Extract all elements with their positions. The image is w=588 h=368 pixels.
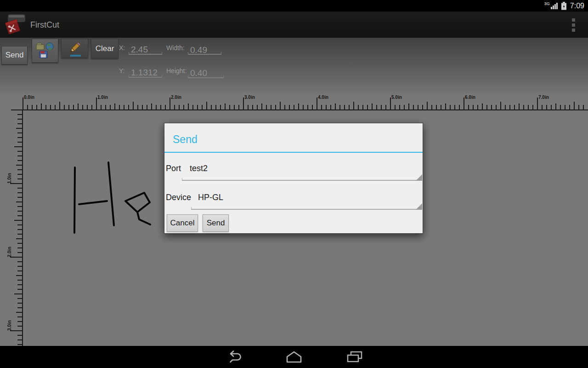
- ruler-tick: [362, 105, 363, 109]
- ruler-tick: [17, 303, 22, 304]
- ruler-tick: [546, 105, 547, 109]
- ruler-tick: [17, 151, 22, 152]
- ruler-tick: [284, 105, 285, 109]
- ruler-tick: [413, 105, 414, 109]
- ruler-label: 6.0in: [465, 95, 475, 100]
- ruler-tick: [551, 105, 552, 109]
- ruler-tick: [17, 169, 22, 170]
- port-spinner-arrow-icon[interactable]: [416, 174, 422, 181]
- ruler-tick: [17, 197, 22, 198]
- ruler-tick: [17, 307, 22, 308]
- clear-button[interactable]: Clear: [91, 39, 119, 58]
- ruler-tick: [298, 104, 299, 109]
- ruler-tick: [82, 105, 83, 109]
- pencil-tool-button[interactable]: [61, 39, 88, 58]
- ruler-tick: [105, 105, 106, 109]
- ruler-tick: [280, 102, 281, 109]
- ruler-tick: [165, 105, 166, 109]
- ruler-tick: [372, 104, 373, 109]
- ruler-tick: [156, 105, 157, 109]
- recents-button[interactable]: [345, 349, 365, 365]
- active-tool-indicator: [70, 55, 81, 57]
- device-spinner-arrow-icon[interactable]: [416, 203, 422, 210]
- ruler-tick: [170, 98, 170, 109]
- ruler-tick: [17, 344, 22, 345]
- ruler-tick: [482, 104, 483, 109]
- ruler-tick: [17, 188, 22, 189]
- ruler-tick: [91, 105, 92, 109]
- ruler-tick: [16, 238, 22, 239]
- ruler-label: 1.0in: [97, 95, 108, 100]
- ruler-label: 3.0in: [244, 95, 255, 100]
- device-spinner[interactable]: HP-GL: [198, 193, 223, 202]
- ruler-tick: [390, 98, 391, 109]
- device-spinner-underline: [191, 207, 422, 210]
- ruler-tick: [14, 220, 22, 221]
- ruler-tick: [50, 105, 51, 109]
- ruler-tick: [408, 104, 409, 109]
- ruler-tick: [96, 98, 97, 109]
- ruler-tick: [486, 105, 487, 109]
- ruler-tick: [36, 105, 37, 109]
- ruler-tick: [14, 146, 22, 147]
- ruler-tick: [385, 105, 386, 109]
- network-type-label: 3G: [544, 1, 550, 6]
- ruler-tick: [500, 102, 501, 109]
- ruler-tick: [17, 137, 22, 138]
- ruler-tick: [192, 105, 193, 109]
- navigation-bar: [0, 346, 588, 368]
- port-spinner[interactable]: test2: [190, 164, 208, 173]
- ruler-tick: [124, 105, 124, 109]
- ruler-tick: [349, 105, 350, 109]
- ruler-label: 7.0in: [538, 95, 549, 100]
- ruler-tick: [395, 105, 396, 109]
- ruler-tick: [17, 270, 22, 271]
- ruler-tick: [17, 298, 22, 299]
- ruler-label: 0.0in: [24, 95, 34, 100]
- dialog-send-button[interactable]: Send: [203, 214, 229, 232]
- ruler-tick: [450, 105, 451, 109]
- dialog-send-button-label: Send: [207, 218, 225, 228]
- ruler-tick: [436, 105, 437, 109]
- back-button[interactable]: [223, 349, 243, 365]
- ruler-tick: [206, 102, 207, 109]
- ruler-tick: [519, 104, 520, 109]
- ruler-tick: [17, 335, 22, 336]
- ruler-tick: [73, 105, 74, 109]
- ruler-tick: [565, 105, 565, 109]
- ruler-tick: [17, 243, 22, 244]
- ruler-tick: [215, 105, 216, 109]
- action-bar: FirstCut: [0, 12, 588, 38]
- ruler-label: 2.0in: [171, 95, 181, 100]
- dialog-title-divider: [164, 152, 423, 153]
- home-icon: [285, 351, 303, 363]
- recents-icon: [345, 351, 364, 363]
- ruler-tick: [344, 105, 345, 109]
- file-button[interactable]: [32, 39, 58, 63]
- home-button[interactable]: [284, 349, 304, 365]
- send-button[interactable]: Send: [1, 46, 28, 64]
- ruler-tick: [445, 104, 446, 109]
- globe-icon: [46, 43, 53, 50]
- port-spinner-underline: [182, 178, 422, 181]
- ruler-tick: [16, 275, 22, 276]
- ruler-tick: [17, 321, 22, 322]
- dialog-title: Send: [173, 133, 198, 146]
- ruler-tick: [376, 105, 377, 109]
- ruler-tick: [358, 105, 359, 109]
- ruler-tick: [289, 105, 290, 109]
- ruler-tick: [17, 234, 22, 235]
- ruler-tick: [381, 105, 382, 109]
- overflow-menu-button[interactable]: [570, 17, 577, 33]
- ruler-tick: [17, 316, 22, 317]
- ruler-tick: [17, 114, 22, 115]
- cancel-button[interactable]: Cancel: [167, 214, 198, 232]
- ruler-tick: [87, 105, 88, 109]
- ruler-tick: [367, 105, 368, 109]
- ruler-tick: [27, 105, 28, 109]
- ruler-tick: [17, 252, 22, 253]
- ruler-tick: [17, 280, 22, 281]
- ruler-tick: [16, 312, 22, 313]
- ruler-tick: [68, 105, 69, 109]
- ruler-tick: [261, 104, 262, 109]
